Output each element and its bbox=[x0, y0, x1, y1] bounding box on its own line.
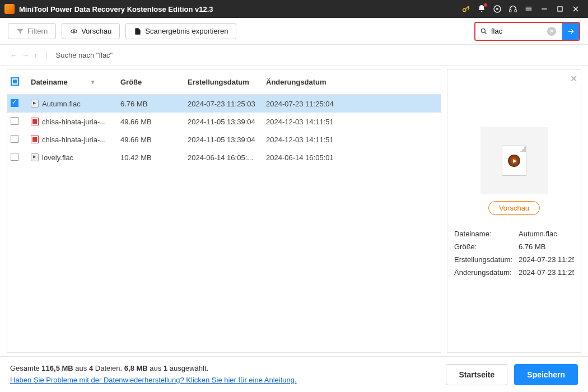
detail-created-label: Erstellungsdatum: bbox=[454, 255, 519, 264]
svg-rect-3 bbox=[510, 10, 511, 12]
pdf-file-icon bbox=[31, 118, 39, 125]
row-checkbox[interactable] bbox=[11, 117, 18, 125]
pdf-file-icon bbox=[31, 136, 39, 143]
nav-bar: ← → ↑ Suche nach "flac" bbox=[0, 45, 588, 66]
preview-pane: ✕ Vorschau Dateiname:Autumn.flac Größe:6… bbox=[447, 69, 581, 353]
table-header: Dateiname ▼ Größe Erstellungsdatum Änder… bbox=[7, 70, 441, 95]
svg-point-6 bbox=[71, 30, 77, 33]
file-size: 10.42 MB bbox=[120, 153, 188, 162]
export-button[interactable]: Scanergebnis exportieren bbox=[125, 23, 236, 39]
preview-file-button[interactable]: Vorschau bbox=[488, 201, 540, 215]
maximize-button[interactable] bbox=[552, 1, 568, 17]
svg-point-7 bbox=[73, 30, 74, 31]
close-icon[interactable]: ✕ bbox=[570, 73, 577, 84]
search-go-button[interactable] bbox=[562, 23, 579, 40]
audio-file-icon bbox=[31, 153, 39, 161]
divider bbox=[46, 50, 47, 60]
search-box bbox=[474, 22, 580, 41]
key-icon[interactable] bbox=[458, 1, 474, 17]
content-area: Dateiname ▼ Größe Erstellungsdatum Änder… bbox=[0, 66, 588, 356]
col-filename[interactable]: Dateiname bbox=[31, 78, 68, 86]
help-link[interactable]: Haben Sie Probleme mit der Datenwiederhe… bbox=[10, 376, 297, 384]
file-table: Dateiname ▼ Größe Erstellungsdatum Änder… bbox=[7, 69, 441, 353]
file-modified: 2024-07-23 11:25:04 bbox=[266, 100, 350, 108]
nav-up-icon[interactable]: ↑ bbox=[34, 51, 38, 59]
filter-icon bbox=[16, 27, 24, 35]
toolbar: Filtern Vorschau Scanergebnis exportiere… bbox=[0, 18, 588, 45]
row-checkbox[interactable] bbox=[11, 135, 18, 143]
file-created: 2024-06-14 16:05:... bbox=[188, 153, 266, 162]
table-row[interactable]: Autumn.flac6.76 MB2024-07-23 11:25:03202… bbox=[7, 95, 441, 113]
file-modified: 2024-12-03 14:11:51 bbox=[266, 136, 350, 144]
filter-button[interactable]: Filtern bbox=[8, 23, 56, 39]
preview-button[interactable]: Vorschau bbox=[62, 23, 120, 39]
preview-thumbnail bbox=[480, 127, 548, 194]
col-size[interactable]: Größe bbox=[120, 78, 188, 86]
arrow-right-icon bbox=[566, 27, 575, 36]
search-input[interactable] bbox=[491, 27, 547, 35]
detail-size-label: Größe: bbox=[454, 242, 519, 251]
preview-label: Vorschau bbox=[81, 27, 111, 35]
nav-back-icon[interactable]: ← bbox=[10, 51, 17, 59]
audio-file-icon bbox=[31, 100, 39, 108]
file-name: lovely.flac bbox=[42, 153, 73, 162]
file-modified: 2024-12-03 14:11:51 bbox=[266, 118, 350, 126]
app-icon bbox=[4, 4, 15, 14]
detail-modified-value: 2024-07-23 11:25:04 bbox=[519, 268, 574, 277]
table-row[interactable]: lovely.flac10.42 MB2024-06-14 16:05:...2… bbox=[7, 148, 441, 166]
file-name: chisa-hinata-juria-... bbox=[42, 118, 106, 126]
eye-icon bbox=[70, 27, 78, 35]
headphones-icon[interactable] bbox=[505, 1, 521, 17]
bell-icon[interactable] bbox=[474, 1, 489, 17]
svg-rect-5 bbox=[558, 7, 562, 11]
close-button[interactable] bbox=[568, 1, 584, 17]
sort-caret-icon[interactable]: ▼ bbox=[90, 79, 96, 85]
clear-search-icon[interactable] bbox=[547, 27, 556, 36]
file-name: chisa-hinata-juria-... bbox=[42, 136, 106, 144]
svg-point-1 bbox=[494, 6, 501, 12]
nav-forward-icon[interactable]: → bbox=[22, 51, 29, 59]
file-modified: 2024-06-14 16:05:01 bbox=[266, 153, 350, 162]
file-size: 6.76 MB bbox=[120, 100, 188, 108]
table-row[interactable]: chisa-hinata-juria-...49.66 MB2024-11-05… bbox=[7, 113, 441, 130]
export-icon bbox=[134, 27, 142, 35]
status-summary: Gesamte 116,5 MB aus 4 Dateien. 6,8 MB a… bbox=[10, 363, 297, 375]
col-created[interactable]: Erstellungsdatum bbox=[188, 78, 266, 86]
window-title: MiniTool Power Data Recovery Kostenlose … bbox=[19, 5, 458, 13]
export-label: Scanergebnis exportieren bbox=[145, 27, 228, 35]
col-modified[interactable]: Änderungsdatum bbox=[266, 78, 350, 86]
detail-name-value: Autumn.flac bbox=[519, 230, 574, 238]
minimize-button[interactable] bbox=[536, 1, 552, 17]
home-button[interactable]: Startseite bbox=[446, 364, 507, 385]
row-checkbox[interactable] bbox=[11, 99, 18, 107]
breadcrumb: Suche nach "flac" bbox=[56, 51, 113, 59]
menu-icon[interactable] bbox=[521, 1, 536, 17]
detail-name-label: Dateiname: bbox=[454, 230, 519, 238]
filter-label: Filtern bbox=[27, 27, 48, 35]
file-size: 49.66 MB bbox=[120, 136, 188, 144]
select-all-checkbox[interactable] bbox=[11, 77, 19, 86]
svg-point-2 bbox=[497, 8, 498, 10]
play-icon bbox=[508, 155, 520, 167]
table-row[interactable]: chisa-hinata-juria-...49.66 MB2024-11-05… bbox=[7, 130, 441, 148]
file-size: 49.66 MB bbox=[120, 118, 188, 126]
titlebar: MiniTool Power Data Recovery Kostenlose … bbox=[0, 0, 588, 18]
detail-size-value: 6.76 MB bbox=[519, 242, 574, 251]
detail-created-value: 2024-07-23 11:25:03 bbox=[519, 255, 574, 264]
file-created: 2024-07-23 11:25:03 bbox=[188, 100, 266, 108]
file-name: Autumn.flac bbox=[42, 100, 81, 108]
svg-rect-4 bbox=[515, 10, 516, 12]
file-created: 2024-11-05 13:39:04 bbox=[188, 118, 266, 126]
file-created: 2024-11-05 13:39:04 bbox=[188, 136, 266, 144]
svg-point-0 bbox=[463, 8, 466, 11]
search-icon bbox=[480, 27, 488, 35]
file-details: Dateiname:Autumn.flac Größe:6.76 MB Erst… bbox=[454, 230, 574, 277]
detail-modified-label: Änderungsdatum: bbox=[454, 268, 519, 277]
status-bar: Gesamte 116,5 MB aus 4 Dateien. 6,8 MB a… bbox=[0, 356, 588, 392]
row-checkbox[interactable] bbox=[11, 153, 18, 161]
disc-icon[interactable] bbox=[489, 1, 505, 17]
svg-point-8 bbox=[481, 29, 485, 32]
save-button[interactable]: Speichern bbox=[514, 364, 578, 385]
